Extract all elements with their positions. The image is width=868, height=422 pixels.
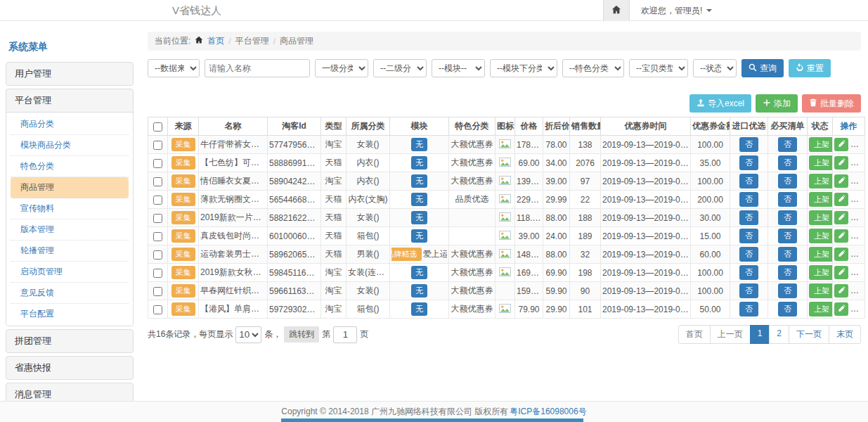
import-select-toggle[interactable]: 否: [739, 137, 758, 152]
module-select[interactable]: --模块--: [432, 59, 485, 77]
breadcrumb-home-link[interactable]: 首页: [207, 35, 224, 47]
feature-category-select[interactable]: --特色分类--: [562, 59, 624, 77]
status-button[interactable]: 上架: [809, 247, 833, 262]
import-select-toggle[interactable]: 否: [739, 229, 758, 243]
sidebar-item[interactable]: 特色分类: [11, 156, 129, 177]
row-checkbox[interactable]: [153, 177, 162, 186]
status-button[interactable]: 上架: [809, 302, 833, 316]
edit-button[interactable]: [834, 229, 848, 243]
pager-page-2[interactable]: 2: [769, 325, 789, 344]
sidebar-item[interactable]: 商品分类: [11, 114, 129, 135]
import-select-toggle[interactable]: 否: [739, 155, 758, 170]
status-select[interactable]: --状态--: [693, 59, 737, 77]
row-checkbox[interactable]: [153, 196, 162, 205]
must-buy-toggle[interactable]: 否: [778, 283, 797, 298]
sidebar-section-2[interactable]: 拼团管理: [6, 330, 133, 352]
sidebar-section-0[interactable]: 用户管理: [6, 63, 133, 85]
sidebar-section-1[interactable]: 平台管理: [6, 89, 133, 112]
row-checkbox[interactable]: [153, 214, 162, 223]
level1-category-select[interactable]: 一级分类: [315, 59, 368, 77]
module-sub-category-select[interactable]: --模块下分类--: [490, 59, 557, 77]
import-select-toggle[interactable]: 否: [739, 302, 758, 316]
status-button[interactable]: 上架: [809, 192, 833, 207]
row-checkbox[interactable]: [153, 159, 162, 168]
data-source-select[interactable]: --数据来源--: [148, 59, 200, 77]
status-button[interactable]: 上架: [809, 137, 833, 152]
sales-cell: 22: [570, 191, 601, 209]
edit-button[interactable]: [834, 284, 848, 298]
import-select-toggle[interactable]: 否: [739, 174, 758, 188]
user-menu[interactable]: 欢迎您，管理员!: [641, 5, 712, 17]
edit-button[interactable]: [834, 302, 848, 316]
status-button[interactable]: 上架: [809, 174, 833, 188]
edit-button[interactable]: [834, 266, 848, 279]
edit-button[interactable]: [834, 248, 848, 261]
row-checkbox[interactable]: [153, 269, 162, 278]
select-all-checkbox[interactable]: [153, 122, 162, 132]
pager-next[interactable]: 下一页: [789, 325, 829, 344]
must-buy-toggle[interactable]: 否: [778, 155, 797, 170]
status-button[interactable]: 上架: [809, 210, 833, 225]
sidebar-item[interactable]: 启动页管理: [11, 262, 129, 283]
row-checkbox[interactable]: [153, 141, 162, 150]
edit-button[interactable]: [834, 174, 848, 188]
search-button[interactable]: 查询: [741, 59, 784, 77]
sidebar-item[interactable]: 轮播管理: [11, 241, 129, 262]
sidebar-item[interactable]: 平台配置: [11, 304, 129, 324]
status-button[interactable]: 上架: [809, 283, 833, 298]
per-page-select[interactable]: 10: [235, 326, 261, 343]
import-excel-button[interactable]: 导入excel: [689, 94, 751, 113]
pager-prev[interactable]: 上一页: [710, 325, 751, 344]
status-button[interactable]: 上架: [809, 155, 833, 170]
row-checkbox[interactable]: [153, 250, 162, 260]
sidebar-item[interactable]: 宣传物料: [11, 198, 129, 219]
price-cell: 118.00: [515, 209, 543, 227]
must-buy-toggle[interactable]: 否: [778, 229, 797, 243]
edit-button[interactable]: [834, 138, 848, 151]
must-buy-toggle[interactable]: 否: [778, 192, 797, 207]
module-badge: 无: [411, 302, 427, 316]
pager-page-1[interactable]: 1: [750, 325, 770, 344]
reset-button[interactable]: 重置: [789, 59, 831, 77]
home-button[interactable]: [603, 0, 630, 21]
pager-last[interactable]: 末页: [829, 325, 861, 344]
item-type-select[interactable]: --宝贝类型--: [629, 59, 688, 77]
must-buy-toggle[interactable]: 否: [778, 302, 797, 316]
coupon-time-cell: 2019-09-13—2019-09-19: [601, 209, 691, 227]
must-buy-toggle[interactable]: 否: [778, 247, 797, 262]
import-select-toggle[interactable]: 否: [739, 247, 758, 262]
edit-button[interactable]: [834, 211, 848, 224]
import-select-toggle[interactable]: 否: [739, 265, 758, 280]
add-button[interactable]: 添加: [756, 94, 798, 113]
name-input[interactable]: [205, 59, 310, 77]
status-button[interactable]: 上架: [809, 229, 833, 243]
sidebar-item[interactable]: 版本管理: [11, 219, 129, 241]
level2-category-select[interactable]: --二级分类--: [373, 59, 427, 77]
sidebar-item[interactable]: 模块商品分类: [11, 135, 129, 156]
edit-button[interactable]: [834, 193, 848, 206]
import-select-toggle[interactable]: 否: [739, 283, 758, 298]
edit-button[interactable]: [834, 156, 848, 170]
jump-to-button[interactable]: 跳转到: [284, 326, 319, 343]
page-jump-input[interactable]: [333, 326, 357, 343]
row-checkbox[interactable]: [153, 287, 162, 296]
row-checkbox[interactable]: [153, 305, 162, 314]
import-select-toggle[interactable]: 否: [739, 192, 758, 207]
pagination-bar: 共16条记录，每页显示 10 条， 跳转到 第 页 首页上一页12下一页末页: [148, 325, 861, 344]
status-button[interactable]: 上架: [809, 265, 833, 280]
must-buy-toggle[interactable]: 否: [778, 210, 797, 225]
must-buy-toggle[interactable]: 否: [778, 174, 797, 188]
batch-delete-button[interactable]: 批量删除: [802, 94, 861, 113]
icp-link[interactable]: 粤ICP备16098006号: [510, 406, 586, 418]
must-buy-toggle[interactable]: 否: [778, 265, 797, 280]
sidebar-section-3[interactable]: 省惠快报: [6, 357, 133, 379]
import-select-toggle[interactable]: 否: [739, 210, 758, 225]
sidebar-item[interactable]: 意见反馈: [11, 283, 129, 304]
row-checkbox[interactable]: [153, 232, 162, 241]
coupon-amount-cell: 100.00: [691, 264, 730, 282]
must-buy-toggle[interactable]: 否: [778, 137, 797, 152]
pager-first[interactable]: 首页: [678, 325, 711, 344]
sidebar-item-active[interactable]: 商品管理: [11, 177, 129, 198]
source-cell: 采集: [168, 172, 199, 191]
source-badge: 采集: [171, 156, 195, 170]
